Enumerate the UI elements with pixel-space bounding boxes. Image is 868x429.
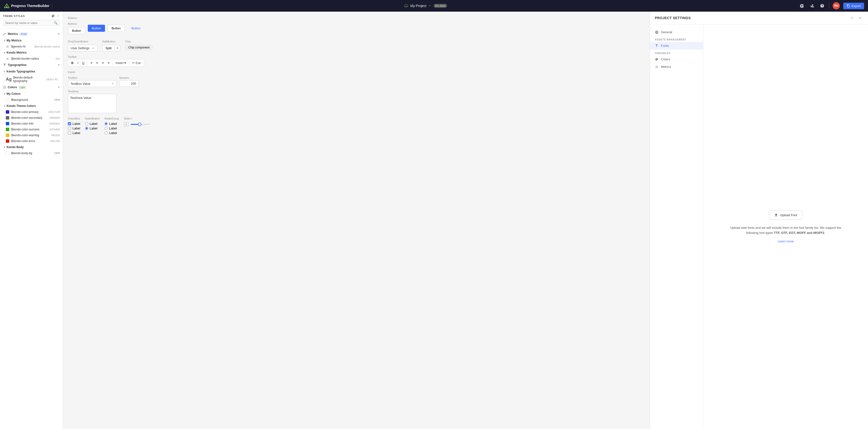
insert-button[interactable]: Insert ▾ xyxy=(114,60,128,65)
settings-nav-fonts[interactable]: Fonts xyxy=(650,42,703,50)
input-row2: TextArea TextArea Value xyxy=(68,90,645,113)
color-primary-swatch xyxy=(6,110,9,114)
dropdown-chevron-icon xyxy=(91,46,95,50)
settings-nav-metrics[interactable]: Metrics xyxy=(650,63,703,70)
project-name[interactable]: My Project xyxy=(410,4,426,8)
upload-font-button[interactable]: Upload Font xyxy=(769,210,802,220)
chip-preview[interactable]: Chip component xyxy=(125,45,153,50)
dropdown-button-preview[interactable]: User Settings xyxy=(68,45,97,52)
kendo-border-radius-item[interactable]: $kendo-border-radius 2px xyxy=(0,56,63,62)
typography-letter: Ag xyxy=(6,77,11,82)
align-center-button[interactable]: ≡ xyxy=(95,60,100,65)
chevron-down-icon[interactable] xyxy=(57,14,60,18)
my-metrics-header[interactable]: My Metrics xyxy=(0,37,63,44)
checkbox-item1: Label xyxy=(68,122,80,126)
button-flat[interactable]: Button xyxy=(127,25,145,32)
align-right-button[interactable]: ≡ xyxy=(100,60,106,65)
kendo-theme-colors-header[interactable]: Kendo Theme Colors xyxy=(0,103,63,109)
button-outline-col: Button xyxy=(107,25,125,32)
body-bg-item[interactable]: $kendo-body-bg #ffffff xyxy=(0,150,63,156)
center-content: Buttons Buttons Button Button Button But… xyxy=(63,12,650,429)
rg-radio3[interactable] xyxy=(104,131,107,134)
avatar[interactable]: RK xyxy=(833,2,840,9)
add-color-btn[interactable]: + xyxy=(58,85,60,89)
kendo-metrics-header[interactable]: Kendo Metrics xyxy=(0,50,63,56)
background-swatch xyxy=(6,98,9,102)
typographies-header[interactable]: Typographies + xyxy=(0,62,63,68)
settings-button[interactable] xyxy=(798,2,805,9)
project-chevron-icon[interactable] xyxy=(428,4,432,7)
align-justify-button[interactable]: ≡ xyxy=(106,60,111,65)
checkbox1[interactable] xyxy=(68,122,71,125)
kendo-default-typography-item[interactable]: Ag $kendo-default-typography 14px/1.42..… xyxy=(0,75,63,84)
kendo-typographies-header[interactable]: Kendo Typographies xyxy=(0,68,63,75)
rg-radio1[interactable] xyxy=(104,122,107,125)
checkbox-label: CheckBox xyxy=(68,117,80,120)
split-button-col: SplitButton Split ▾ xyxy=(102,40,120,52)
colors-label: Colors xyxy=(8,86,17,89)
color-info-item[interactable]: $kendo-color-info #0058e9 xyxy=(0,121,63,127)
checkbox3[interactable] xyxy=(68,131,71,134)
close-button[interactable] xyxy=(857,15,863,21)
topnav-left: Progress ThemeBuilder xyxy=(4,3,53,9)
help-button[interactable] xyxy=(819,2,826,9)
my-colors-header[interactable]: My Colors xyxy=(0,91,63,97)
topnav-divider1 xyxy=(52,3,53,9)
add-typography-btn[interactable]: + xyxy=(58,63,60,67)
slider-col: Slider / ‹ xyxy=(124,117,150,135)
add-metric-btn[interactable]: + xyxy=(58,32,60,36)
radio-item1-label: Label xyxy=(90,122,97,126)
rg-radio2[interactable] xyxy=(104,127,107,130)
radio1[interactable] xyxy=(85,122,88,125)
my-metrics-label: My Metrics xyxy=(6,39,22,42)
button-default[interactable]: Button xyxy=(68,27,85,34)
color-warning-item[interactable]: $kendo-color-warning #ffc000 xyxy=(0,132,63,138)
color-success-item[interactable]: $kendo-color-success #37b400 xyxy=(0,127,63,132)
split-button-main[interactable]: Split xyxy=(102,45,115,52)
italic-button[interactable]: I xyxy=(76,60,80,65)
settings-nav-colors[interactable]: Colors xyxy=(650,56,703,63)
align-left-button[interactable]: ≡ xyxy=(89,60,94,65)
search-input[interactable] xyxy=(5,21,52,25)
cut-button[interactable]: ✂ Cut xyxy=(130,60,142,65)
kendo-typographies-label: Kendo Typographies xyxy=(6,70,35,73)
slider-thumb[interactable] xyxy=(138,123,141,126)
button-outline[interactable]: Button xyxy=(107,25,125,32)
components-row: DropDownButton User Settings SplitButton… xyxy=(68,40,645,52)
checkbox-item1-label: Label xyxy=(72,122,80,126)
right-panel-title: PROJECT SETTINGS xyxy=(655,16,691,20)
add-user-button[interactable] xyxy=(809,2,815,9)
sidebar-title-text: THEME STYLES xyxy=(3,14,25,18)
search-box: 🔍 xyxy=(3,20,60,26)
generic-fs-item[interactable]: $generic-fs $kendo-border-radius xyxy=(0,44,63,50)
color-info-swatch xyxy=(6,122,9,125)
palette-icon[interactable] xyxy=(51,14,55,18)
color-error-item[interactable]: $kendo-color-error #f31700 xyxy=(0,138,63,144)
expand-button[interactable] xyxy=(849,15,855,21)
learn-more-link[interactable]: Learn more xyxy=(778,239,794,243)
bold-button[interactable]: B xyxy=(70,60,75,65)
export-button[interactable]: Export xyxy=(843,3,864,9)
colors-header[interactable]: Colors Light + xyxy=(0,84,63,91)
underline-button[interactable]: U xyxy=(81,60,86,65)
split-button-arrow[interactable]: ▾ xyxy=(115,45,120,51)
textbox-clear-btn[interactable]: × xyxy=(112,82,114,86)
inputs-section: Inputs TextBox TextBox Value × Numeric 1… xyxy=(68,70,645,113)
button-primary[interactable]: Button xyxy=(88,25,105,32)
color-error-value: #f31700 xyxy=(50,140,60,142)
assets-management-label: Assets Management xyxy=(655,38,686,41)
topnav-right: RK Export xyxy=(798,2,864,9)
slider-left-arrow[interactable]: ‹ xyxy=(124,122,129,127)
dropdown-button-text: User Settings xyxy=(70,46,90,50)
metrics-section-header[interactable]: Metrics Small + xyxy=(0,31,63,37)
color-primary-item[interactable]: $kendo-color-primary #2627c5ff xyxy=(0,109,63,115)
kendo-body-header[interactable]: Kendo Body xyxy=(0,144,63,150)
radio2[interactable] xyxy=(85,127,88,130)
metrics-section: Metrics Small + My Metrics $ge xyxy=(0,31,63,62)
background-color-item[interactable]: $background #ffffff xyxy=(0,97,63,103)
settings-nav-general[interactable]: General xyxy=(650,28,703,36)
checkbox2[interactable] xyxy=(68,127,71,130)
nav-colors-icon xyxy=(655,58,658,61)
border-radius-icon xyxy=(6,57,9,60)
color-secondary-item[interactable]: $kendo-color-secondary #666666 xyxy=(0,115,63,121)
